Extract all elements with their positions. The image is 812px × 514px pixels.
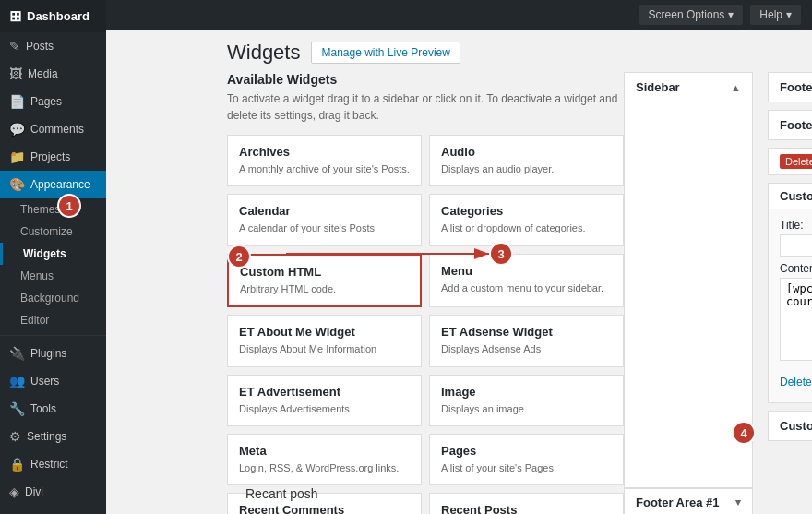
- widget-custom-html[interactable]: Custom HTML Arbitrary HTML code.: [227, 254, 422, 307]
- footer-area-3-header[interactable]: Footer Area #3 ▾: [769, 73, 812, 102]
- dashboard-icon: ⊞: [9, 7, 21, 25]
- sidebar-sub-themes[interactable]: Themes: [0, 198, 106, 221]
- page-title: Widgets: [227, 41, 300, 65]
- widget-et-about[interactable]: ET About Me Widget Displays About Me Inf…: [227, 315, 422, 366]
- widget-calendar-title: Calendar: [239, 204, 410, 218]
- ux-design-zone: Delete UX Design ▲: [768, 148, 812, 175]
- sidebar-item-pages[interactable]: 📄 Pages: [0, 88, 106, 115]
- settings-icon: ⚙: [9, 429, 21, 444]
- content-label: Content:: [780, 262, 812, 275]
- users-icon: 👥: [9, 374, 25, 388]
- ux-design-delete-badge[interactable]: Delete: [780, 154, 812, 169]
- widget-et-adsense[interactable]: ET Adsense Widget Displays Adsense Ads: [429, 315, 624, 366]
- widget-archives[interactable]: Archives A monthly archive of your site'…: [227, 135, 422, 186]
- widget-recent-posts-title: Recent Posts: [441, 503, 612, 514]
- tools-icon: 🔧: [9, 401, 25, 416]
- footer-area-4-header[interactable]: Footer Area #4 ▾: [769, 111, 812, 139]
- sidebar-dashboard-label[interactable]: Dashboard: [27, 9, 90, 23]
- help-button[interactable]: Help ▾: [750, 5, 801, 25]
- form-links: Delete | Close: [780, 376, 812, 388]
- sidebar-item-media[interactable]: 🖼 Media: [0, 60, 106, 88]
- posts-icon: ✎: [9, 39, 20, 54]
- widget-menu[interactable]: Menu Add a custom menu to your sidebar.: [429, 254, 624, 307]
- widget-et-advertisement[interactable]: ET Advertisement Displays Advertisements: [227, 375, 422, 426]
- custom-menu-header[interactable]: Custom Menu: Lessons ▾: [769, 412, 812, 440]
- comments-icon: 💬: [9, 122, 25, 137]
- title-input[interactable]: [780, 234, 812, 257]
- available-widgets-title: Available Widgets: [227, 72, 624, 87]
- form-actions: Delete | Close Save: [780, 371, 812, 393]
- topbar: Screen Options ▾ Help ▾: [106, 0, 812, 30]
- sidebar-item-plugins[interactable]: 🔌 Plugins: [0, 340, 106, 367]
- custom-html-widget-header[interactable]: Custom HTML ▲: [769, 184, 812, 209]
- widget-image-title: Image: [441, 385, 612, 399]
- footer-area-4-zone: Footer Area #4 ▾: [768, 110, 812, 140]
- screen-options-button[interactable]: Screen Options ▾: [639, 5, 744, 25]
- sidebar-chevron-up-icon: ▲: [731, 82, 741, 93]
- widget-et-advertisement-title: ET Advertisement: [239, 385, 410, 399]
- ux-design-header[interactable]: Delete UX Design ▲: [769, 149, 812, 174]
- sidebar-item-tools[interactable]: 🔧 Tools: [0, 395, 106, 423]
- widget-menu-title: Menu: [441, 264, 612, 278]
- widget-custom-html-title: Custom HTML: [240, 265, 409, 279]
- custom-menu-zone: Custom Menu: Lessons ▾: [768, 411, 812, 441]
- plugins-icon: 🔌: [9, 346, 25, 361]
- custom-html-widget-title: Custom HTML: [780, 189, 812, 203]
- widget-pages-desc: A list of your site's Pages.: [441, 461, 612, 475]
- sidebar-sub-widgets[interactable]: Widgets: [0, 243, 106, 265]
- sidebar-sub-menus[interactable]: Menus: [0, 265, 106, 287]
- widget-calendar[interactable]: Calendar A calendar of your site's Posts…: [227, 194, 422, 245]
- divi-icon: ◈: [9, 484, 19, 499]
- sidebar-sub-customize[interactable]: Customize: [0, 221, 106, 243]
- pages-icon: 📄: [9, 94, 25, 109]
- chevron-down-icon: ▾: [728, 8, 734, 21]
- footer-area-1-zone: Footer Area #1 ▾: [624, 488, 753, 514]
- center-right-panels: Sidebar ▲ Footer Area #1 ▾ Footer Area #…: [624, 72, 812, 514]
- page-header: Widgets Manage with Live Preview: [212, 30, 812, 72]
- sidebar-item-posts[interactable]: ✎ Posts: [0, 32, 106, 60]
- widget-pages[interactable]: Pages A list of your site's Pages.: [429, 434, 624, 485]
- media-icon: 🖼: [9, 66, 22, 81]
- widget-custom-html-desc: Arbitrary HTML code.: [240, 282, 409, 296]
- sidebar-item-appearance[interactable]: 🎨 Appearance: [0, 171, 106, 198]
- widget-archives-title: Archives: [239, 145, 410, 159]
- sidebar-sub-background[interactable]: Background: [0, 287, 106, 309]
- widget-audio-title: Audio: [441, 145, 612, 159]
- widgets-layout: Available Widgets To activate a widget d…: [212, 72, 812, 514]
- manage-live-preview-button[interactable]: Manage with Live Preview: [311, 42, 460, 64]
- widget-recent-comments-title: Recent Comments: [239, 503, 410, 514]
- footer1-chevron-icon: ▾: [735, 496, 741, 508]
- delete-link[interactable]: Delete: [780, 376, 812, 388]
- available-widgets-panel: Available Widgets To activate a widget d…: [227, 72, 624, 514]
- collapse-menu-button[interactable]: ◀ Collapse menu: [0, 506, 106, 514]
- restrict-icon: 🔒: [9, 457, 25, 472]
- sidebar-item-projects[interactable]: 📁 Projects: [0, 143, 106, 171]
- right-panel: Footer Area #3 ▾ Footer Area #4 ▾ Delet: [768, 72, 812, 514]
- sidebar-item-divi[interactable]: ◈ Divi: [0, 478, 106, 506]
- center-zones: Sidebar ▲ Footer Area #1 ▾ Footer Area #…: [624, 72, 753, 514]
- widget-recent-comments[interactable]: Recent Comments Your site's most recent …: [227, 493, 422, 514]
- widget-categories[interactable]: Categories A list or dropdown of categor…: [429, 194, 624, 245]
- widget-et-advertisement-desc: Displays Advertisements: [239, 402, 410, 416]
- widget-meta[interactable]: Meta Login, RSS, & WordPress.org links.: [227, 434, 422, 485]
- sidebar-item-settings[interactable]: ⚙ Settings: [0, 423, 106, 450]
- widget-image[interactable]: Image Displays an image.: [429, 375, 624, 426]
- chevron-down-icon: ▾: [786, 8, 792, 21]
- content-textarea[interactable]: [wpc_progress_bar course="UX Design"]: [780, 278, 812, 361]
- sidebar-item-restrict[interactable]: 🔒 Restrict: [0, 450, 106, 478]
- widget-audio-desc: Displays an audio player.: [441, 162, 612, 176]
- sidebar-item-comments[interactable]: 💬 Comments: [0, 115, 106, 143]
- widget-meta-title: Meta: [239, 444, 410, 458]
- widget-recent-posts[interactable]: Recent Posts Your site's most recent Pos…: [429, 493, 624, 514]
- sidebar-zone-header[interactable]: Sidebar ▲: [625, 73, 752, 102]
- ux-design-header-left: Delete UX Design: [780, 154, 812, 169]
- available-widgets-desc: To activate a widget drag it to a sideba…: [227, 90, 624, 124]
- widget-menu-desc: Add a custom menu to your sidebar.: [441, 281, 612, 295]
- footer-area-1-header[interactable]: Footer Area #1 ▾: [625, 489, 752, 514]
- widget-categories-desc: A list or dropdown of categories.: [441, 221, 612, 235]
- sidebar-sub-editor[interactable]: Editor: [0, 309, 106, 331]
- widget-audio[interactable]: Audio Displays an audio player.: [429, 135, 624, 186]
- sidebar-item-users[interactable]: 👥 Users: [0, 367, 106, 395]
- custom-html-widget-body: Title: Content: [wpc_progress_bar course…: [769, 209, 812, 402]
- widget-et-about-desc: Displays About Me Information: [239, 342, 410, 356]
